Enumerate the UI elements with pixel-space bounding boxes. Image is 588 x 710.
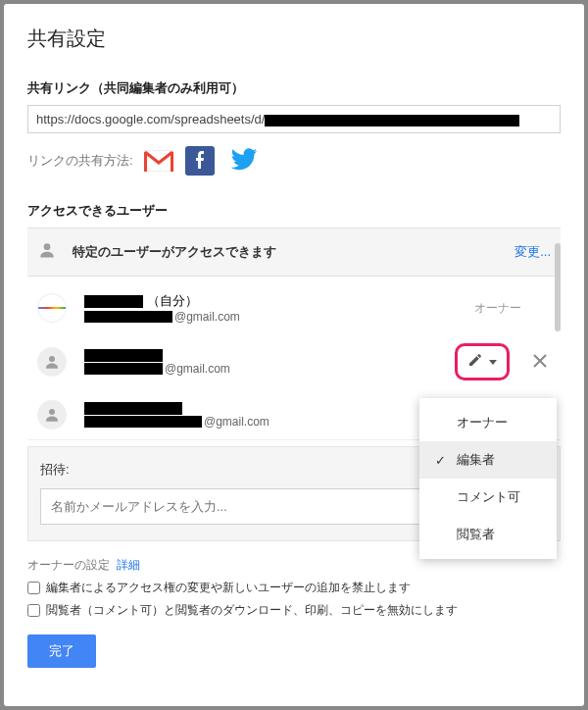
- details-link[interactable]: 詳細: [117, 558, 140, 572]
- role-dropdown-menu: ✓ オーナー ✓ 編集者 ✓ コメント可 ✓ 閲覧者: [419, 398, 557, 559]
- access-section-label: アクセスできるユーザー: [27, 202, 561, 220]
- svg-point-6: [49, 409, 55, 415]
- avatar: [37, 347, 67, 377]
- checkbox-restrict-edit[interactable]: [27, 582, 40, 594]
- link-redacted: [265, 115, 519, 127]
- role-owner: オーナー: [474, 300, 521, 317]
- remove-user-button[interactable]: [529, 348, 551, 377]
- email-domain: @gmail.com: [174, 310, 240, 324]
- dropdown-item-label: 閲覧者: [457, 526, 495, 543]
- name-redacted: [84, 349, 163, 362]
- name-redacted: [84, 295, 143, 308]
- gmail-icon[interactable]: [143, 145, 174, 177]
- share-link-input[interactable]: https://docs.google.com/spreadsheets/d/: [27, 105, 561, 133]
- name-redacted: [84, 402, 182, 415]
- role-dropdown-button[interactable]: [455, 343, 510, 380]
- avatar: [37, 293, 67, 323]
- owner-settings-label: オーナーの設定: [27, 558, 110, 572]
- svg-rect-2: [171, 152, 173, 172]
- twitter-icon[interactable]: [225, 145, 257, 177]
- email-redacted: [84, 311, 172, 323]
- svg-rect-1: [144, 152, 147, 172]
- dropdown-item-label: 編集者: [457, 451, 495, 469]
- dropdown-item-label: コメント可: [457, 488, 520, 506]
- svg-point-4: [44, 243, 51, 250]
- share-via-label: リンクの共有方法:: [27, 152, 133, 170]
- dropdown-item-commenter[interactable]: ✓ コメント可: [419, 479, 557, 516]
- chevron-down-icon: [489, 360, 497, 365]
- share-via-row: リンクの共有方法:: [27, 145, 561, 177]
- user-row: @gmail.com: [27, 333, 561, 390]
- dropdown-item-owner[interactable]: ✓ オーナー: [419, 404, 557, 441]
- user-row-self: （自分） @gmail.com オーナー: [27, 282, 561, 333]
- check-icon: ✓: [435, 453, 449, 468]
- checkbox-label: 編集者によるアクセス権の変更や新しいユーザーの追加を禁止します: [46, 580, 411, 596]
- dropdown-item-viewer[interactable]: ✓ 閲覧者: [419, 516, 557, 553]
- dropdown-item-label: オーナー: [457, 414, 508, 431]
- checkbox-label: 閲覧者（コメント可）と閲覧者のダウンロード、印刷、コピーを無効にします: [46, 602, 458, 619]
- done-button[interactable]: 完了: [27, 634, 96, 668]
- access-summary-row: 特定のユーザーがアクセスできます 変更...: [27, 228, 561, 277]
- checkbox-restrict-download[interactable]: [27, 604, 40, 617]
- self-suffix: （自分）: [147, 292, 198, 310]
- close-icon: [533, 354, 547, 368]
- avatar: [37, 400, 67, 430]
- checkbox-row-restrict-edit[interactable]: 編集者によるアクセス権の変更や新しいユーザーの追加を禁止します: [27, 580, 561, 596]
- link-section-label: 共有リンク（共同編集者のみ利用可）: [27, 79, 561, 97]
- access-summary-text: 特定のユーザーがアクセスできます: [73, 243, 276, 261]
- owner-settings-row: オーナーの設定 詳細: [27, 557, 561, 574]
- email-redacted: [84, 416, 202, 428]
- share-dialog: 共有設定 共有リンク（共同編集者のみ利用可） https://docs.goog…: [4, 4, 584, 706]
- link-url-prefix: https://docs.google.com/spreadsheets/d/: [36, 112, 265, 127]
- facebook-icon[interactable]: [184, 145, 216, 177]
- dialog-title: 共有設定: [27, 25, 561, 52]
- scrollbar[interactable]: [555, 243, 561, 331]
- svg-point-5: [49, 356, 55, 362]
- checkbox-row-restrict-download[interactable]: 閲覧者（コメント可）と閲覧者のダウンロード、印刷、コピーを無効にします: [27, 602, 561, 619]
- email-redacted: [84, 363, 163, 375]
- pencil-icon: [467, 352, 483, 372]
- person-icon: [37, 240, 57, 264]
- email-domain: @gmail.com: [165, 362, 230, 376]
- email-domain: @gmail.com: [204, 415, 270, 429]
- dropdown-item-editor[interactable]: ✓ 編集者: [419, 441, 557, 479]
- change-link[interactable]: 変更...: [514, 243, 551, 261]
